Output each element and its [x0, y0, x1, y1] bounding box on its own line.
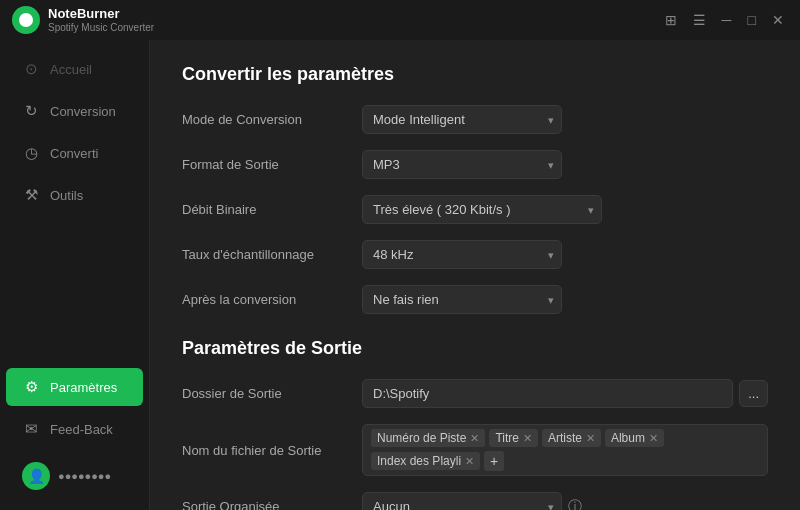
control-mode-conversion: Mode Intelligent Mode Officiel ▾ — [362, 105, 768, 134]
tag-artiste-label: Artiste — [548, 431, 582, 445]
select-apres-conversion[interactable]: Ne fais rien Ouvrir le dossier Éteindre … — [362, 285, 562, 314]
select-wrapper-taux: 48 kHz 44.1 kHz 96 kHz ▾ — [362, 240, 562, 269]
row-mode-conversion: Mode de Conversion Mode Intelligent Mode… — [182, 105, 768, 134]
sidebar-spacer — [0, 216, 149, 366]
tag-album-close[interactable]: ✕ — [649, 432, 658, 445]
sidebar-label-converti: Converti — [50, 146, 98, 161]
user-avatar-icon: 👤 — [28, 468, 45, 484]
tag-titre: Titre ✕ — [489, 429, 538, 447]
tag-artiste: Artiste ✕ — [542, 429, 601, 447]
maximize-icon[interactable]: □ — [744, 10, 760, 30]
close-icon[interactable]: ✕ — [768, 10, 788, 30]
tag-album: Album ✕ — [605, 429, 664, 447]
feedback-icon: ✉ — [22, 420, 40, 438]
tag-numero-piste: Numéro de Piste ✕ — [371, 429, 485, 447]
menu-icon[interactable]: ☰ — [689, 10, 710, 30]
control-apres-conversion: Ne fais rien Ouvrir le dossier Éteindre … — [362, 285, 768, 314]
select-wrapper-mode: Mode Intelligent Mode Officiel ▾ — [362, 105, 562, 134]
select-taux-echantillonnage[interactable]: 48 kHz 44.1 kHz 96 kHz — [362, 240, 562, 269]
row-taux-echantillonnage: Taux d'échantillonnage 48 kHz 44.1 kHz 9… — [182, 240, 768, 269]
select-wrapper-sortie: Aucun Artiste Album Artiste/Album ▾ — [362, 492, 562, 510]
app-title-block: NoteBurner Spotify Music Converter — [48, 6, 661, 34]
select-wrapper-apres: Ne fais rien Ouvrir le dossier Éteindre … — [362, 285, 562, 314]
folder-path-input[interactable] — [362, 379, 733, 408]
minimize-icon[interactable]: ─ — [718, 10, 736, 30]
info-icon[interactable]: ⓘ — [568, 498, 582, 511]
section-conversion-title: Convertir les paramètres — [182, 64, 768, 85]
select-sortie-organisee[interactable]: Aucun Artiste Album Artiste/Album — [362, 492, 562, 510]
control-dossier-sortie: ... — [362, 379, 768, 408]
titlebar: NoteBurner Spotify Music Converter ⊞ ☰ ─… — [0, 0, 800, 40]
outils-icon: ⚒ — [22, 186, 40, 204]
sidebar-item-parametres[interactable]: ⚙ Paramètres — [6, 368, 143, 406]
select-wrapper-debit: Très élevé ( 320 Kbit/s ) Élevé ( 256 Kb… — [362, 195, 602, 224]
sidebar-label-feedback: Feed-Back — [50, 422, 113, 437]
folder-browse-button[interactable]: ... — [739, 380, 768, 407]
conversion-icon: ↻ — [22, 102, 40, 120]
user-avatar: 👤 — [22, 462, 50, 490]
row-apres-conversion: Après la conversion Ne fais rien Ouvrir … — [182, 285, 768, 314]
grid-icon[interactable]: ⊞ — [661, 10, 681, 30]
label-nom-fichier: Nom du fichier de Sortie — [182, 443, 362, 458]
row-sortie-organisee: Sortie Organisée Aucun Artiste Album Art… — [182, 492, 768, 510]
tag-add-button[interactable]: + — [484, 451, 504, 471]
parametres-icon: ⚙ — [22, 378, 40, 396]
app-name: NoteBurner — [48, 6, 661, 22]
sidebar-label-accueil: Accueil — [50, 62, 92, 77]
label-dossier-sortie: Dossier de Sortie — [182, 386, 362, 401]
sidebar-item-feedback[interactable]: ✉ Feed-Back — [6, 410, 143, 448]
label-mode-conversion: Mode de Conversion — [182, 112, 362, 127]
row-debit-binaire: Débit Binaire Très élevé ( 320 Kbit/s ) … — [182, 195, 768, 224]
label-apres-conversion: Après la conversion — [182, 292, 362, 307]
tag-album-label: Album — [611, 431, 645, 445]
user-name: ●●●●●●●● — [58, 470, 111, 482]
folder-input-wrapper: ... — [362, 379, 768, 408]
tag-index-playli-close[interactable]: ✕ — [465, 455, 474, 468]
sidebar-item-accueil[interactable]: ⊙ Accueil — [6, 50, 143, 88]
label-sortie-organisee: Sortie Organisée — [182, 499, 362, 510]
label-debit-binaire: Débit Binaire — [182, 202, 362, 217]
select-debit-binaire[interactable]: Très élevé ( 320 Kbit/s ) Élevé ( 256 Kb… — [362, 195, 602, 224]
sidebar-user[interactable]: 👤 ●●●●●●●● — [6, 452, 143, 500]
section-conversion: Convertir les paramètres Mode de Convers… — [182, 64, 768, 314]
select-format-sortie[interactable]: MP3 AAC FLAC WAV — [362, 150, 562, 179]
section-sortie: Paramètres de Sortie Dossier de Sortie .… — [182, 338, 768, 510]
tag-artiste-close[interactable]: ✕ — [586, 432, 595, 445]
row-dossier-sortie: Dossier de Sortie ... — [182, 379, 768, 408]
row-nom-fichier: Nom du fichier de Sortie Numéro de Piste… — [182, 424, 768, 476]
sidebar-item-conversion[interactable]: ↻ Conversion — [6, 92, 143, 130]
sidebar-label-conversion: Conversion — [50, 104, 116, 119]
control-debit-binaire: Très élevé ( 320 Kbit/s ) Élevé ( 256 Kb… — [362, 195, 768, 224]
tag-index-playli-label: Index des Playli — [377, 454, 461, 468]
control-nom-fichier: Numéro de Piste ✕ Titre ✕ Artiste ✕ Al — [362, 424, 768, 476]
sidebar-item-outils[interactable]: ⚒ Outils — [6, 176, 143, 214]
tag-numero-piste-close[interactable]: ✕ — [470, 432, 479, 445]
control-sortie-organisee: Aucun Artiste Album Artiste/Album ▾ ⓘ — [362, 492, 768, 510]
titlebar-controls: ⊞ ☰ ─ □ ✕ — [661, 10, 788, 30]
select-mode-conversion[interactable]: Mode Intelligent Mode Officiel — [362, 105, 562, 134]
app-subtitle: Spotify Music Converter — [48, 22, 661, 34]
label-format-sortie: Format de Sortie — [182, 157, 362, 172]
sortie-row: Aucun Artiste Album Artiste/Album ▾ ⓘ — [362, 492, 768, 510]
app-logo-inner — [19, 13, 33, 27]
control-taux-echantillonnage: 48 kHz 44.1 kHz 96 kHz ▾ — [362, 240, 768, 269]
sidebar-label-outils: Outils — [50, 188, 83, 203]
label-taux-echantillonnage: Taux d'échantillonnage — [182, 247, 362, 262]
sidebar-item-converti[interactable]: ◷ Converti — [6, 134, 143, 172]
converti-icon: ◷ — [22, 144, 40, 162]
control-format-sortie: MP3 AAC FLAC WAV ▾ — [362, 150, 768, 179]
section-sortie-title: Paramètres de Sortie — [182, 338, 768, 359]
tag-index-playli: Index des Playli ✕ — [371, 452, 480, 470]
main-layout: ⊙ Accueil ↻ Conversion ◷ Converti ⚒ Outi… — [0, 40, 800, 510]
content-area: Convertir les paramètres Mode de Convers… — [150, 40, 800, 510]
app-logo — [12, 6, 40, 34]
tags-wrapper: Numéro de Piste ✕ Titre ✕ Artiste ✕ Al — [362, 424, 768, 476]
sidebar: ⊙ Accueil ↻ Conversion ◷ Converti ⚒ Outi… — [0, 40, 150, 510]
tag-titre-label: Titre — [495, 431, 519, 445]
tag-numero-piste-label: Numéro de Piste — [377, 431, 466, 445]
select-wrapper-format: MP3 AAC FLAC WAV ▾ — [362, 150, 562, 179]
row-format-sortie: Format de Sortie MP3 AAC FLAC WAV ▾ — [182, 150, 768, 179]
home-icon: ⊙ — [22, 60, 40, 78]
tag-titre-close[interactable]: ✕ — [523, 432, 532, 445]
sidebar-label-parametres: Paramètres — [50, 380, 117, 395]
